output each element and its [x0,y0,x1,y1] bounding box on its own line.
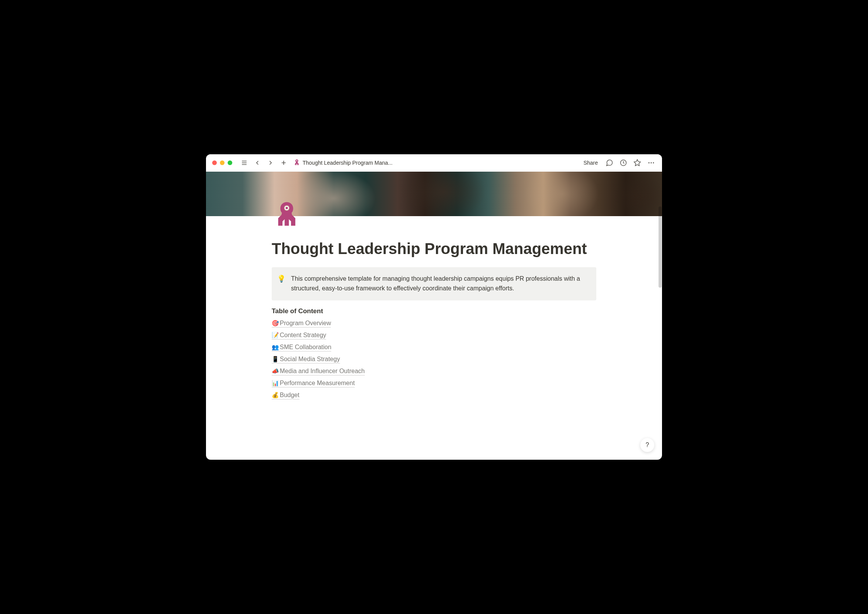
nav-forward-button[interactable] [266,158,276,168]
updates-icon[interactable] [619,158,628,167]
titlebar: Thought Leadership Program Mana... Share [206,154,662,172]
content-area: Thought Leadership Program Management 💡 … [206,172,662,460]
toc-item-media-outreach[interactable]: 📣Media and Influencer Outreach [272,368,365,375]
memo-icon: 📝 [272,332,279,338]
callout-block[interactable]: 💡 This comprehensive template for managi… [272,267,596,300]
toc-item-program-overview[interactable]: 🎯Program Overview [272,320,331,327]
close-window-button[interactable] [212,160,217,165]
nav-back-button[interactable] [252,158,262,168]
window-controls [212,160,232,165]
toc-list: 🎯Program Overview 📝Content Strategy 👥SME… [272,320,596,399]
chart-icon: 📊 [272,380,279,386]
page-icon-small [293,159,300,166]
titlebar-right: Share [581,158,656,167]
head-profile-icon [276,201,298,229]
toc-item-label: Social Media Strategy [280,356,340,362]
toc-item-sme-collaboration[interactable]: 👥SME Collaboration [272,344,331,351]
page-title[interactable]: Thought Leadership Program Management [272,239,596,258]
phone-icon: 📱 [272,356,279,362]
target-icon: 🎯 [272,320,279,326]
lightbulb-icon: 💡 [277,274,286,293]
page-icon[interactable] [272,200,302,230]
breadcrumb-title: Thought Leadership Program Mana... [303,160,393,166]
app-window: Thought Leadership Program Mana... Share [206,154,662,460]
more-icon[interactable] [647,158,656,167]
toc-item-budget[interactable]: 💰Budget [272,392,300,399]
people-icon: 👥 [272,344,279,350]
toc-item-performance-measurement[interactable]: 📊Performance Measurement [272,380,355,387]
money-bag-icon: 💰 [272,392,279,398]
toc-item-label: Media and Influencer Outreach [280,368,365,374]
page-icon-container [206,200,662,230]
callout-text: This comprehensive template for managing… [291,274,589,293]
new-page-button[interactable] [279,158,289,168]
sidebar-toggle-button[interactable] [239,158,249,168]
toc-item-label: Budget [280,392,300,398]
toc-item-content-strategy[interactable]: 📝Content Strategy [272,332,326,339]
svg-point-7 [648,162,650,164]
svg-point-8 [651,162,652,164]
page-body: Thought Leadership Program Management 💡 … [206,230,662,415]
toc-heading[interactable]: Table of Content [272,307,596,315]
toc-item-label: Content Strategy [280,332,326,338]
help-button[interactable]: ? [640,438,654,452]
comments-icon[interactable] [605,158,614,167]
svg-point-11 [286,207,288,209]
toc-item-label: Performance Measurement [280,380,355,386]
svg-point-9 [653,162,654,164]
share-button[interactable]: Share [581,158,600,167]
toc-item-label: SME Collaboration [280,344,331,350]
breadcrumb[interactable]: Thought Leadership Program Mana... [293,159,393,166]
toc-item-social-media-strategy[interactable]: 📱Social Media Strategy [272,356,340,363]
toc-item-label: Program Overview [280,320,331,326]
maximize-window-button[interactable] [228,160,232,165]
svg-marker-6 [634,160,641,166]
megaphone-icon: 📣 [272,368,279,374]
minimize-window-button[interactable] [220,160,225,165]
favorite-icon[interactable] [633,158,642,167]
